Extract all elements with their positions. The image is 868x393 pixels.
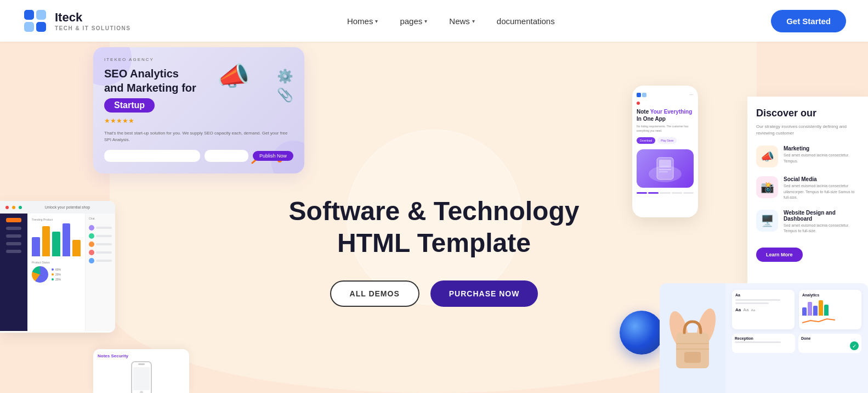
seo-card-bottom: Publish Now bbox=[104, 150, 293, 162]
chat-avatar-1 bbox=[89, 225, 94, 231]
bar-2 bbox=[42, 226, 50, 256]
sidebar-item-1 bbox=[6, 227, 21, 230]
chat-line-5 bbox=[96, 260, 112, 262]
typography-header: Aa bbox=[735, 293, 791, 297]
aa-size-row: Aa Aa Aa bbox=[735, 307, 791, 312]
logo-tagline: TECH & IT SOLUTIONS bbox=[55, 25, 131, 31]
nav-item-homes[interactable]: Homes ▾ bbox=[347, 16, 378, 26]
svg-rect-12 bbox=[133, 367, 150, 390]
phone-menu-dots: ··· bbox=[690, 92, 694, 97]
dashboard-chat-panel: Chat bbox=[85, 214, 115, 331]
bar-3 bbox=[52, 232, 60, 256]
stars-rating: ★★★★★ bbox=[104, 117, 293, 125]
marketing-icon-box: 📣 bbox=[756, 145, 778, 167]
hero-title: Software & Technology HTML Template bbox=[270, 195, 599, 259]
sidebar-item-active bbox=[6, 218, 21, 222]
shopping-bag-svg bbox=[665, 302, 720, 374]
shop-bottom-cell-2: Done ✓ bbox=[798, 334, 861, 353]
dashboard-header-bar: Unlock your potential shop bbox=[0, 201, 115, 214]
mini-bar-2 bbox=[808, 302, 812, 316]
chevron-down-icon: ▾ bbox=[375, 18, 378, 24]
website-text: Website Design and Dashboard Sed amet eu… bbox=[784, 210, 859, 234]
all-demos-button[interactable]: ALL DEMOS bbox=[330, 280, 419, 307]
seo-input-field2[interactable] bbox=[205, 150, 248, 162]
svg-rect-16 bbox=[676, 333, 709, 368]
nav-item-pages[interactable]: pages ▾ bbox=[400, 16, 427, 26]
pie-chart-row: 60% 20% 20% bbox=[32, 266, 81, 283]
marketing-text: Marketing Sed amet euismod lacinia conse… bbox=[784, 145, 859, 164]
chat-item-4 bbox=[89, 250, 112, 255]
bottom-phone-title: Notes Security bbox=[98, 353, 185, 358]
chevron-down-icon: ▾ bbox=[424, 18, 427, 24]
chat-avatar-4 bbox=[89, 250, 94, 255]
purchase-now-button[interactable]: PURCHASE NOW bbox=[430, 280, 538, 307]
aa-small: Aa bbox=[751, 308, 755, 312]
seo-publish-button[interactable]: Publish Now bbox=[253, 151, 293, 161]
mini-bar-4 bbox=[819, 300, 823, 316]
legend-dot-3 bbox=[52, 278, 54, 280]
phone-app-title: Note Your EverythingIn One App bbox=[637, 108, 694, 122]
legend-item-3: 20% bbox=[52, 278, 61, 281]
aa-medium: Aa bbox=[743, 307, 748, 312]
chat-line-2 bbox=[96, 235, 112, 237]
shop-bottom-cell-1: Reception bbox=[732, 334, 795, 353]
window-dot-yellow bbox=[12, 206, 15, 209]
nav-item-news[interactable]: News ▾ bbox=[449, 16, 475, 26]
phone-outline-svg bbox=[131, 361, 152, 393]
notification-dot bbox=[637, 102, 640, 105]
dashboard-content: Trending Product Product Status bbox=[0, 214, 115, 331]
hero-buttons: ALL DEMOS PURCHASE NOW bbox=[270, 280, 599, 307]
phone-play-button[interactable]: Play Store bbox=[657, 137, 677, 144]
website-icon-box: 🖥️ bbox=[756, 210, 778, 232]
phone-download-button[interactable]: Download bbox=[637, 137, 655, 144]
window-dot-green bbox=[19, 206, 22, 209]
chat-avatar-5 bbox=[89, 258, 94, 263]
chat-avatar-3 bbox=[89, 242, 94, 247]
legend-dot-2 bbox=[52, 273, 54, 276]
card-shopping: Aa Aa Aa Aa Analytics bbox=[660, 283, 868, 393]
social-icon: 📸 bbox=[761, 181, 774, 194]
hero-text-block: Software & Technology HTML Template ALL … bbox=[270, 195, 599, 307]
phone-app-art bbox=[637, 149, 694, 188]
chat-label: Chat bbox=[89, 217, 112, 220]
shopping-ui-row: Aa Aa Aa Aa Analytics bbox=[732, 290, 861, 329]
dashboard-main: Trending Product Product Status bbox=[27, 214, 85, 331]
discover-learn-more-button[interactable]: Learn More bbox=[756, 248, 803, 262]
bar-4 bbox=[63, 223, 71, 256]
discover-desc: Our strategy involves consistently defin… bbox=[756, 123, 859, 137]
chat-item-3 bbox=[89, 242, 112, 247]
site-header: Iteck TECH & IT SOLUTIONS Homes ▾ pages … bbox=[0, 0, 868, 42]
mini-bar-3 bbox=[813, 306, 818, 316]
get-started-button[interactable]: Get Started bbox=[771, 10, 846, 32]
chat-item-2 bbox=[89, 233, 112, 239]
dashboard-section-label: Trending Product bbox=[32, 218, 81, 221]
legend-dot-1 bbox=[52, 268, 54, 271]
reception-label: Reception bbox=[735, 336, 792, 340]
legend-item-2: 20% bbox=[52, 273, 61, 276]
seo-input-field[interactable] bbox=[104, 150, 200, 162]
legend-item-1: 60% bbox=[52, 268, 61, 271]
shopping-ui-area: Aa Aa Aa Aa Analytics bbox=[725, 283, 868, 393]
chart-card: Analytics bbox=[799, 290, 861, 329]
seo-card-tag: ITEKEO AGENCY bbox=[104, 57, 293, 62]
phone-app-buttons: Download Play Store bbox=[637, 137, 694, 144]
phone-logo bbox=[637, 93, 646, 97]
logo[interactable]: Iteck TECH & IT SOLUTIONS bbox=[22, 8, 131, 34]
discover-title: Discover our bbox=[756, 108, 859, 119]
marketing-icon: 📣 bbox=[761, 150, 774, 163]
nav-item-docs[interactable]: documentations bbox=[497, 16, 555, 26]
shopping-art-area bbox=[660, 283, 725, 393]
chat-item-5 bbox=[89, 258, 112, 263]
svg-rect-3 bbox=[36, 22, 46, 32]
card-seo: ITEKEO AGENCY SEO Analyticsand Marketing… bbox=[93, 47, 304, 173]
seo-card-right-deco: ⚙️ 📎 bbox=[277, 69, 293, 103]
pie-chart bbox=[32, 266, 48, 283]
phone-screen-svg bbox=[646, 152, 684, 185]
dashboard-sidebar bbox=[0, 214, 27, 331]
bar-chart bbox=[32, 223, 81, 256]
svg-rect-11 bbox=[138, 363, 145, 365]
bar-5 bbox=[72, 240, 81, 256]
phone-rate-row bbox=[637, 192, 694, 194]
seo-card-badge: Startup bbox=[104, 98, 155, 113]
social-icon-box: 📸 bbox=[756, 176, 778, 198]
